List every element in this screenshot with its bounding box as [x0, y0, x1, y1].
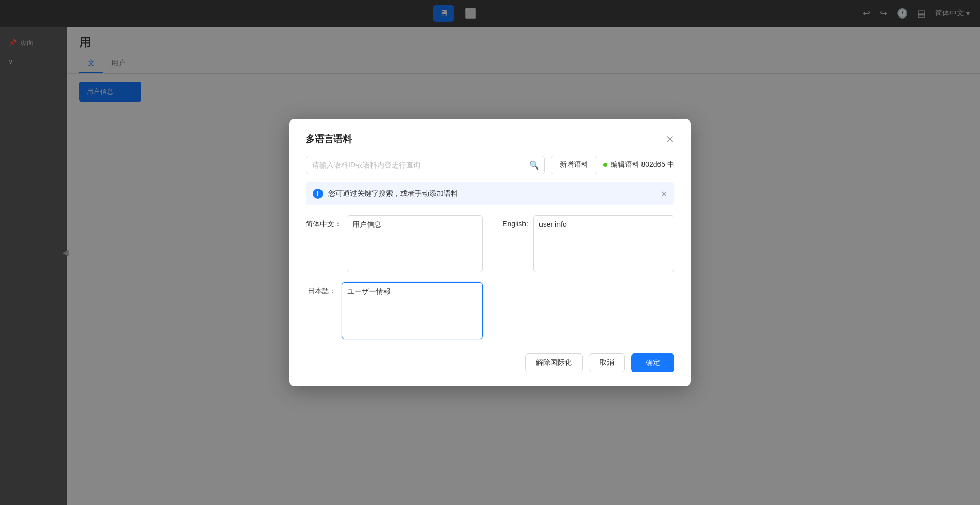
- editing-label: 编辑语料 802d65 中: [611, 160, 675, 170]
- lang-textarea-zh[interactable]: 用户信息: [347, 215, 483, 272]
- search-input-wrapper: 🔍: [306, 156, 545, 174]
- modal-title: 多语言语料: [306, 133, 352, 145]
- cancel-btn[interactable]: 取消: [589, 354, 625, 372]
- lang-field-zh: 简体中文： 用户信息: [306, 215, 483, 272]
- modal-header: 多语言语料 ✕: [306, 133, 674, 145]
- lang-fields-row-1: 简体中文： 用户信息 English: user info: [306, 215, 674, 272]
- lang-field-jp: 日本語： ユーザー情報: [306, 282, 483, 339]
- add-corpus-btn[interactable]: 新增语料: [551, 156, 597, 174]
- lang-textarea-en[interactable]: user info: [533, 215, 674, 272]
- modal-actions: 解除国际化 取消 确定: [306, 354, 674, 372]
- lang-textarea-jp[interactable]: ユーザー情報: [342, 282, 483, 339]
- lang-label-en: English:: [497, 215, 528, 228]
- info-text: 您可通过关键字搜索，或者手动添加语料: [328, 189, 458, 198]
- info-icon: i: [313, 189, 323, 199]
- editing-badge: 编辑语料 802d65 中: [603, 160, 675, 170]
- info-banner-left: i 您可通过关键字搜索，或者手动添加语料: [313, 189, 458, 199]
- modal-dialog: 多语言语料 ✕ 🔍 新增语料 编辑语料 802d65 中 i 您可通过关键字搜索…: [289, 119, 691, 386]
- search-input[interactable]: [306, 156, 545, 174]
- lang-label-zh: 简体中文：: [306, 215, 342, 229]
- lang-fields-row-2: 日本語： ユーザー情報: [306, 282, 674, 339]
- info-banner-close-btn[interactable]: ✕: [661, 189, 667, 199]
- modal-close-btn[interactable]: ✕: [666, 134, 674, 144]
- lang-field-en: English: user info: [497, 215, 674, 272]
- remove-i18n-btn[interactable]: 解除国际化: [525, 354, 583, 372]
- lang-label-jp: 日本語：: [306, 282, 336, 296]
- confirm-btn[interactable]: 确定: [631, 354, 674, 372]
- modal-overlay: 多语言语料 ✕ 🔍 新增语料 编辑语料 802d65 中 i 您可通过关键字搜索…: [0, 0, 980, 505]
- editing-dot: [603, 163, 607, 167]
- info-banner: i 您可通过关键字搜索，或者手动添加语料 ✕: [306, 182, 674, 205]
- modal-search-row: 🔍 新增语料 编辑语料 802d65 中: [306, 156, 674, 174]
